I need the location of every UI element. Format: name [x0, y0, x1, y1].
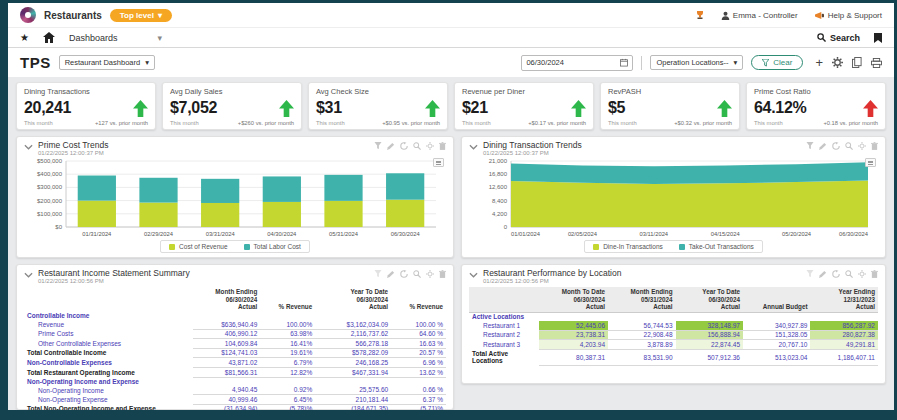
chart-legend[interactable]: Dine-In TransactionsTake-Out Transaction…	[584, 240, 763, 253]
report-row-link[interactable]: Non-Operating Income and Expense	[24, 377, 193, 386]
report-row-link[interactable]: Restaurant 1	[469, 321, 539, 330]
report-row-link[interactable]: Restaurant 3	[469, 340, 539, 350]
report-row-link[interactable]: Non-Controllable Expenses	[24, 358, 193, 368]
print-icon[interactable]	[871, 58, 882, 68]
dashboard-select[interactable]: Restaurant Dashboard ▾	[59, 55, 155, 70]
refresh-icon[interactable]	[400, 270, 408, 278]
zoom-icon[interactable]	[413, 270, 421, 278]
bookmark-icon[interactable]	[874, 33, 882, 43]
kpi-card[interactable]: Dining Transactions 20,241 This month +1…	[16, 82, 156, 130]
legend-item[interactable]: Total Labor Cost	[244, 243, 301, 250]
table-cell	[193, 312, 261, 321]
collapse-chevron-icon[interactable]	[469, 271, 478, 279]
dashboards-menu[interactable]: Dashboards ▾	[69, 33, 162, 43]
dining-transaction-trends-chart[interactable]: 04,2008,40012,60016,80021,00001/01/20240…	[469, 156, 878, 238]
panel-title[interactable]: Prime Cost Trends	[38, 140, 108, 150]
edit-icon[interactable]	[387, 142, 395, 150]
table-cell: 49,291.81	[810, 340, 878, 350]
edit-icon[interactable]	[819, 142, 827, 150]
filter-icon[interactable]	[374, 270, 382, 278]
table-cell: 4,203.94	[539, 340, 609, 350]
top-header: Restaurants Top level▾ Emma - Controller…	[8, 3, 894, 27]
report-row-link[interactable]: Non-Operating Income	[24, 386, 193, 395]
delete-icon[interactable]	[439, 142, 446, 150]
search-button[interactable]: Search	[817, 33, 860, 43]
report-row-link[interactable]: Non-Operating Expense	[24, 395, 193, 405]
gear-icon[interactable]	[858, 270, 866, 278]
refresh-icon[interactable]	[400, 142, 408, 150]
table-cell: 507,912.36	[676, 349, 743, 365]
refresh-icon[interactable]	[832, 270, 840, 278]
kpi-card[interactable]: Avg Check Size $31 This month +$0.95 vs.…	[308, 82, 448, 130]
report-row-link[interactable]: Controllable Income	[24, 312, 193, 321]
help-support-link[interactable]: Help & Support	[814, 11, 882, 20]
table-row: Revenue$636,940.49100.00%$3,162,034.0910…	[24, 320, 446, 329]
zoom-icon[interactable]	[845, 142, 853, 150]
legend-item[interactable]: Take-Out Transactions	[679, 243, 754, 250]
rewards-icon[interactable]	[695, 10, 705, 20]
kpi-card[interactable]: Revenue per Diner $21 This month +$0.17 …	[454, 82, 594, 130]
panel-title[interactable]: Restaurant Income Statement Summary	[38, 268, 190, 278]
svg-text:06/30/2024: 06/30/2024	[839, 231, 869, 237]
collapse-chevron-icon[interactable]	[469, 143, 478, 151]
filter-icon[interactable]	[806, 270, 814, 278]
gear-icon[interactable]	[426, 142, 434, 150]
kpi-card[interactable]: RevPASH $5 This month +$0.32 vs. prior m…	[600, 82, 740, 130]
filter-icon[interactable]	[806, 142, 814, 150]
add-widget-button[interactable]: +	[815, 58, 823, 68]
edit-icon[interactable]	[819, 270, 827, 278]
report-row-link[interactable]: Restaurant 2	[469, 330, 539, 340]
zoom-icon[interactable]	[413, 142, 421, 150]
chart-context-menu-icon[interactable]	[865, 158, 876, 167]
panel-title[interactable]: Dining Transaction Trends	[483, 140, 582, 150]
kpi-card[interactable]: Avg Daily Sales $7,052 This month +$260 …	[162, 82, 302, 130]
page-header: TPS Restaurant Dashboard ▾ Operation Loc…	[8, 48, 894, 77]
performance-by-location-table[interactable]: Month To Date06/30/2024ActualMonth Endin…	[469, 287, 878, 366]
table-cell: (5.78)%	[260, 404, 315, 410]
income-statement-table[interactable]: Month Ending06/30/2024Actual% RevenueYea…	[24, 287, 446, 410]
filter-icon[interactable]	[374, 142, 382, 150]
gear-icon[interactable]	[858, 142, 866, 150]
trend-arrow-up-icon	[425, 100, 440, 117]
delete-icon[interactable]	[871, 142, 878, 150]
chart-context-menu-icon[interactable]	[433, 158, 444, 167]
report-row-link[interactable]: Active Locations	[469, 312, 539, 321]
table-cell: 6.79%	[260, 358, 315, 368]
copy-icon[interactable]	[852, 57, 862, 68]
search-icon	[817, 33, 826, 42]
svg-text:04/15/2024: 04/15/2024	[711, 231, 741, 237]
settings-gear-icon[interactable]	[832, 57, 843, 68]
panel-title[interactable]: Restaurant Performance by Location	[483, 268, 621, 278]
date-filter[interactable]	[521, 55, 633, 71]
edit-icon[interactable]	[387, 270, 395, 278]
collapse-chevron-icon[interactable]	[24, 271, 33, 279]
table-cell: 4,940.45	[193, 386, 261, 395]
date-input[interactable]	[526, 58, 616, 67]
collapse-chevron-icon[interactable]	[24, 143, 33, 151]
kpi-card[interactable]: Prime Cost Ratio 64.12% This month +0.18…	[746, 82, 886, 130]
favorites-icon[interactable]: ★	[20, 32, 29, 43]
report-row-link[interactable]: Revenue	[24, 320, 193, 329]
refresh-icon[interactable]	[832, 142, 840, 150]
prime-cost-trends-chart[interactable]: $0$100,000$200,000$300,000$400,000$500,0…	[24, 156, 446, 238]
gear-icon[interactable]	[426, 270, 434, 278]
table-cell: 22,874.45	[676, 340, 743, 350]
chart-legend[interactable]: Cost of RevenueTotal Labor Cost	[160, 240, 310, 253]
location-select[interactable]: Operation Locations-- ▾	[650, 55, 743, 70]
legend-item[interactable]: Cost of Revenue	[169, 243, 227, 250]
report-row-link[interactable]: Other Controllable Expenses	[24, 339, 193, 349]
delete-icon[interactable]	[871, 270, 878, 278]
delete-icon[interactable]	[439, 270, 446, 278]
table-cell: 16.63 %	[391, 339, 446, 349]
home-icon[interactable]	[43, 32, 55, 43]
legend-item[interactable]: Dine-In Transactions	[593, 243, 663, 250]
zoom-icon[interactable]	[845, 270, 853, 278]
report-row-link[interactable]: Prime Costs	[24, 329, 193, 339]
table-cell: (5.71)%	[391, 404, 446, 410]
calendar-icon	[620, 58, 628, 67]
table-cell: 513,023.04	[743, 349, 810, 365]
entity-level-button[interactable]: Top level▾	[110, 9, 172, 22]
user-menu[interactable]: Emma - Controller	[721, 11, 798, 20]
kpi-period: This month	[24, 120, 53, 126]
clear-filters-button[interactable]: Clear	[751, 55, 803, 70]
